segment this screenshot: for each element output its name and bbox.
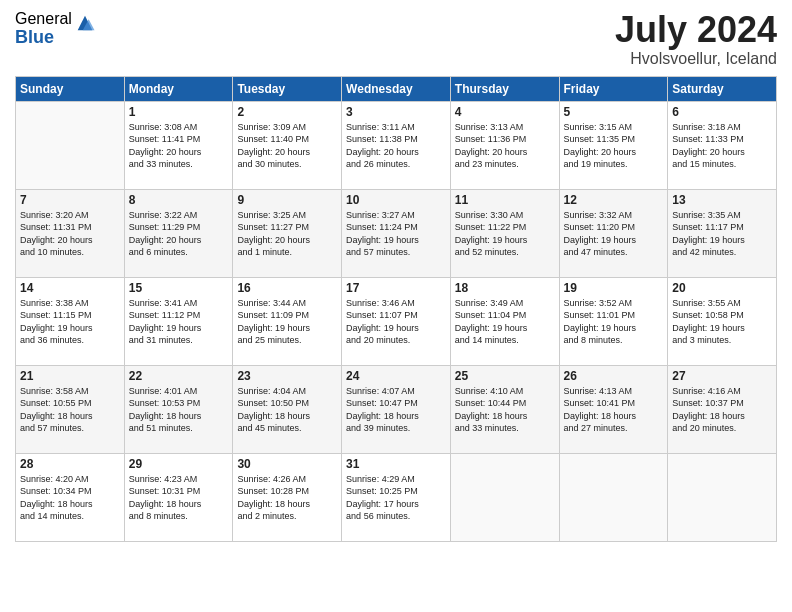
title-block: July 2024 Hvolsvoellur, Iceland — [615, 10, 777, 68]
day-info: Sunrise: 3:22 AM Sunset: 11:29 PM Daylig… — [129, 209, 229, 259]
day-info: Sunrise: 3:09 AM Sunset: 11:40 PM Daylig… — [237, 121, 337, 171]
day-number: 21 — [20, 369, 120, 383]
calendar-cell: 7Sunrise: 3:20 AM Sunset: 11:31 PM Dayli… — [16, 189, 125, 277]
calendar-cell: 12Sunrise: 3:32 AM Sunset: 11:20 PM Dayl… — [559, 189, 668, 277]
day-info: Sunrise: 4:10 AM Sunset: 10:44 PM Daylig… — [455, 385, 555, 435]
day-number: 6 — [672, 105, 772, 119]
day-number: 1 — [129, 105, 229, 119]
day-number: 18 — [455, 281, 555, 295]
day-info: Sunrise: 4:01 AM Sunset: 10:53 PM Daylig… — [129, 385, 229, 435]
calendar-cell: 18Sunrise: 3:49 AM Sunset: 11:04 PM Dayl… — [450, 277, 559, 365]
header-day-saturday: Saturday — [668, 76, 777, 101]
calendar-cell: 9Sunrise: 3:25 AM Sunset: 11:27 PM Dayli… — [233, 189, 342, 277]
calendar-cell: 24Sunrise: 4:07 AM Sunset: 10:47 PM Dayl… — [342, 365, 451, 453]
day-number: 12 — [564, 193, 664, 207]
day-info: Sunrise: 4:16 AM Sunset: 10:37 PM Daylig… — [672, 385, 772, 435]
day-number: 17 — [346, 281, 446, 295]
header-day-sunday: Sunday — [16, 76, 125, 101]
day-info: Sunrise: 4:23 AM Sunset: 10:31 PM Daylig… — [129, 473, 229, 523]
day-info: Sunrise: 3:15 AM Sunset: 11:35 PM Daylig… — [564, 121, 664, 171]
calendar-cell: 22Sunrise: 4:01 AM Sunset: 10:53 PM Dayl… — [124, 365, 233, 453]
day-info: Sunrise: 3:58 AM Sunset: 10:55 PM Daylig… — [20, 385, 120, 435]
day-info: Sunrise: 3:46 AM Sunset: 11:07 PM Daylig… — [346, 297, 446, 347]
calendar-cell: 25Sunrise: 4:10 AM Sunset: 10:44 PM Dayl… — [450, 365, 559, 453]
day-number: 13 — [672, 193, 772, 207]
day-number: 28 — [20, 457, 120, 471]
week-row-1: 1Sunrise: 3:08 AM Sunset: 11:41 PM Dayli… — [16, 101, 777, 189]
logo-text: General Blue — [15, 10, 72, 47]
calendar-cell: 20Sunrise: 3:55 AM Sunset: 10:58 PM Dayl… — [668, 277, 777, 365]
day-number: 31 — [346, 457, 446, 471]
calendar-cell: 10Sunrise: 3:27 AM Sunset: 11:24 PM Dayl… — [342, 189, 451, 277]
calendar-cell: 23Sunrise: 4:04 AM Sunset: 10:50 PM Dayl… — [233, 365, 342, 453]
day-number: 30 — [237, 457, 337, 471]
calendar-cell: 30Sunrise: 4:26 AM Sunset: 10:28 PM Dayl… — [233, 453, 342, 541]
day-number: 7 — [20, 193, 120, 207]
calendar-cell: 15Sunrise: 3:41 AM Sunset: 11:12 PM Dayl… — [124, 277, 233, 365]
calendar-cell — [559, 453, 668, 541]
header-day-friday: Friday — [559, 76, 668, 101]
week-row-3: 14Sunrise: 3:38 AM Sunset: 11:15 PM Dayl… — [16, 277, 777, 365]
calendar-cell: 1Sunrise: 3:08 AM Sunset: 11:41 PM Dayli… — [124, 101, 233, 189]
day-info: Sunrise: 3:13 AM Sunset: 11:36 PM Daylig… — [455, 121, 555, 171]
calendar-cell: 2Sunrise: 3:09 AM Sunset: 11:40 PM Dayli… — [233, 101, 342, 189]
day-info: Sunrise: 4:29 AM Sunset: 10:25 PM Daylig… — [346, 473, 446, 523]
header: General Blue July 2024 Hvolsvoellur, Ice… — [15, 10, 777, 68]
day-number: 10 — [346, 193, 446, 207]
calendar-cell: 14Sunrise: 3:38 AM Sunset: 11:15 PM Dayl… — [16, 277, 125, 365]
day-info: Sunrise: 3:20 AM Sunset: 11:31 PM Daylig… — [20, 209, 120, 259]
calendar-cell — [668, 453, 777, 541]
day-info: Sunrise: 3:30 AM Sunset: 11:22 PM Daylig… — [455, 209, 555, 259]
page: General Blue July 2024 Hvolsvoellur, Ice… — [0, 0, 792, 612]
day-number: 27 — [672, 369, 772, 383]
header-row: SundayMondayTuesdayWednesdayThursdayFrid… — [16, 76, 777, 101]
day-info: Sunrise: 3:38 AM Sunset: 11:15 PM Daylig… — [20, 297, 120, 347]
day-number: 15 — [129, 281, 229, 295]
calendar-cell: 21Sunrise: 3:58 AM Sunset: 10:55 PM Dayl… — [16, 365, 125, 453]
header-day-monday: Monday — [124, 76, 233, 101]
calendar-cell: 11Sunrise: 3:30 AM Sunset: 11:22 PM Dayl… — [450, 189, 559, 277]
calendar-table: SundayMondayTuesdayWednesdayThursdayFrid… — [15, 76, 777, 542]
day-number: 9 — [237, 193, 337, 207]
calendar-cell: 17Sunrise: 3:46 AM Sunset: 11:07 PM Dayl… — [342, 277, 451, 365]
day-number: 23 — [237, 369, 337, 383]
logo-general: General — [15, 10, 72, 28]
day-number: 29 — [129, 457, 229, 471]
day-number: 8 — [129, 193, 229, 207]
day-info: Sunrise: 3:52 AM Sunset: 11:01 PM Daylig… — [564, 297, 664, 347]
calendar-cell: 16Sunrise: 3:44 AM Sunset: 11:09 PM Dayl… — [233, 277, 342, 365]
day-number: 20 — [672, 281, 772, 295]
day-info: Sunrise: 3:32 AM Sunset: 11:20 PM Daylig… — [564, 209, 664, 259]
day-number: 14 — [20, 281, 120, 295]
day-info: Sunrise: 3:27 AM Sunset: 11:24 PM Daylig… — [346, 209, 446, 259]
calendar-cell: 29Sunrise: 4:23 AM Sunset: 10:31 PM Dayl… — [124, 453, 233, 541]
logo: General Blue — [15, 10, 96, 47]
calendar-cell: 5Sunrise: 3:15 AM Sunset: 11:35 PM Dayli… — [559, 101, 668, 189]
day-number: 2 — [237, 105, 337, 119]
calendar-cell: 19Sunrise: 3:52 AM Sunset: 11:01 PM Dayl… — [559, 277, 668, 365]
week-row-2: 7Sunrise: 3:20 AM Sunset: 11:31 PM Dayli… — [16, 189, 777, 277]
week-row-5: 28Sunrise: 4:20 AM Sunset: 10:34 PM Dayl… — [16, 453, 777, 541]
day-info: Sunrise: 4:20 AM Sunset: 10:34 PM Daylig… — [20, 473, 120, 523]
location: Hvolsvoellur, Iceland — [615, 50, 777, 68]
day-info: Sunrise: 4:26 AM Sunset: 10:28 PM Daylig… — [237, 473, 337, 523]
day-number: 4 — [455, 105, 555, 119]
day-info: Sunrise: 3:25 AM Sunset: 11:27 PM Daylig… — [237, 209, 337, 259]
calendar-cell: 13Sunrise: 3:35 AM Sunset: 11:17 PM Dayl… — [668, 189, 777, 277]
logo-blue: Blue — [15, 28, 72, 48]
day-info: Sunrise: 4:04 AM Sunset: 10:50 PM Daylig… — [237, 385, 337, 435]
calendar-cell — [16, 101, 125, 189]
calendar-cell: 4Sunrise: 3:13 AM Sunset: 11:36 PM Dayli… — [450, 101, 559, 189]
header-day-thursday: Thursday — [450, 76, 559, 101]
day-info: Sunrise: 3:11 AM Sunset: 11:38 PM Daylig… — [346, 121, 446, 171]
day-number: 25 — [455, 369, 555, 383]
day-number: 22 — [129, 369, 229, 383]
day-number: 3 — [346, 105, 446, 119]
logo-icon — [74, 12, 96, 34]
day-info: Sunrise: 3:35 AM Sunset: 11:17 PM Daylig… — [672, 209, 772, 259]
day-number: 19 — [564, 281, 664, 295]
day-info: Sunrise: 3:55 AM Sunset: 10:58 PM Daylig… — [672, 297, 772, 347]
calendar-cell: 27Sunrise: 4:16 AM Sunset: 10:37 PM Dayl… — [668, 365, 777, 453]
calendar-cell: 26Sunrise: 4:13 AM Sunset: 10:41 PM Dayl… — [559, 365, 668, 453]
day-number: 11 — [455, 193, 555, 207]
